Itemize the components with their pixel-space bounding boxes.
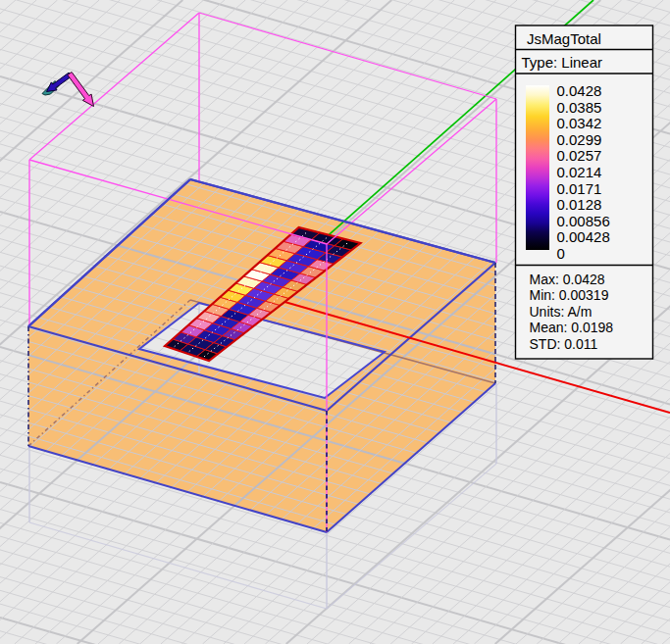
svg-text:0.0342: 0.0342 <box>557 115 602 131</box>
svg-text:Min: 0.00319: Min: 0.00319 <box>530 287 609 303</box>
svg-text:0.0214: 0.0214 <box>557 164 602 180</box>
svg-text:STD: 0.011: STD: 0.011 <box>530 336 598 352</box>
svg-text:0.0299: 0.0299 <box>557 131 602 148</box>
svg-text:0.00428: 0.00428 <box>557 228 610 245</box>
svg-text:0.0257: 0.0257 <box>557 147 602 164</box>
svg-text:0: 0 <box>557 245 565 262</box>
svg-text:0.0385: 0.0385 <box>557 99 602 116</box>
svg-text:Type: Linear: Type: Linear <box>522 54 603 71</box>
svg-text:Mean: 0.0198: Mean: 0.0198 <box>530 320 614 335</box>
svg-text:0.0428: 0.0428 <box>557 82 602 99</box>
svg-text:0.00856: 0.00856 <box>557 213 610 229</box>
svg-text:0.0128: 0.0128 <box>557 196 602 213</box>
svg-text:0.0171: 0.0171 <box>557 180 602 197</box>
svg-text:Units: A/m: Units: A/m <box>530 304 593 320</box>
svg-text:JsMagTotal: JsMagTotal <box>527 30 601 47</box>
svg-text:Max: 0.0428: Max: 0.0428 <box>530 272 605 287</box>
